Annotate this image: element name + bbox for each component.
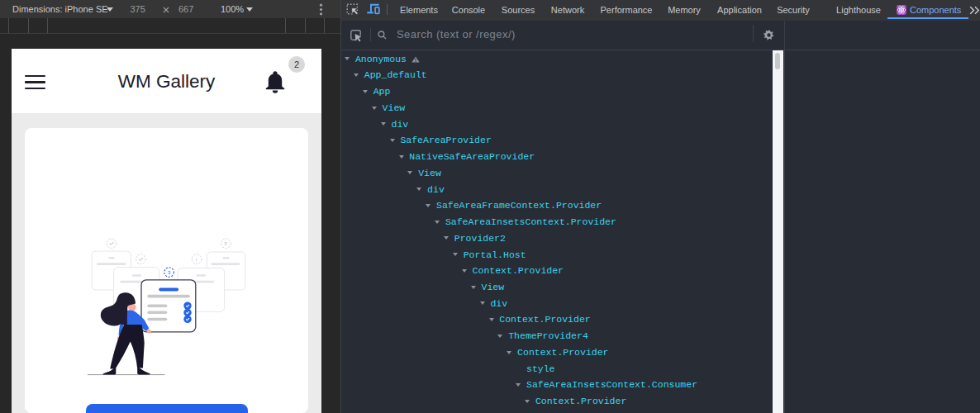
svg-text:i: i <box>196 257 197 262</box>
svg-text:5: 5 <box>225 241 228 246</box>
